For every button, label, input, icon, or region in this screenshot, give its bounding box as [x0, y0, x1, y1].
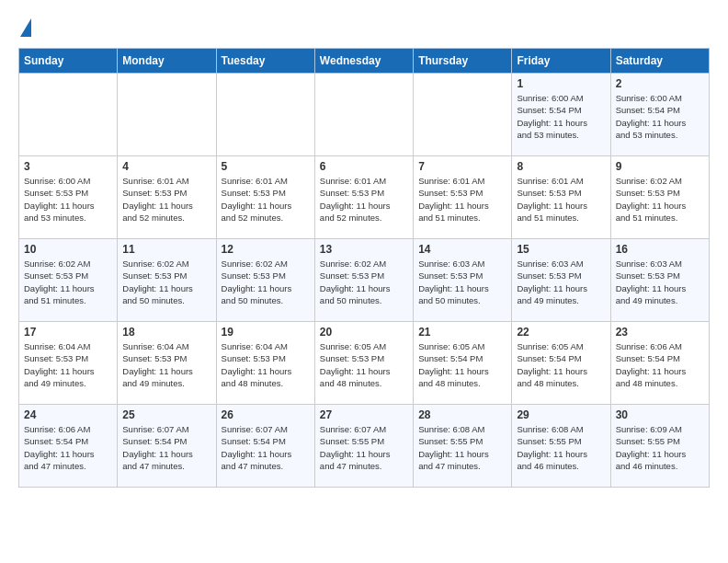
day-number: 19	[222, 326, 310, 339]
day-info: Sunrise: 6:06 AM Sunset: 5:54 PM Dayligh…	[24, 423, 112, 472]
day-number: 1	[517, 77, 605, 90]
day-number: 22	[517, 326, 605, 339]
logo-triangle-icon	[20, 18, 31, 37]
day-number: 4	[122, 160, 210, 173]
day-info: Sunrise: 6:04 AM Sunset: 5:53 PM Dayligh…	[24, 340, 112, 389]
calendar-cell: 21Sunrise: 6:05 AM Sunset: 5:54 PM Dayli…	[414, 322, 512, 405]
calendar-cell: 14Sunrise: 6:03 AM Sunset: 5:53 PM Dayli…	[414, 239, 512, 322]
calendar-cell: 6Sunrise: 6:01 AM Sunset: 5:53 PM Daylig…	[314, 156, 413, 239]
calendar-cell: 22Sunrise: 6:05 AM Sunset: 5:54 PM Dayli…	[512, 322, 610, 405]
day-info: Sunrise: 6:08 AM Sunset: 5:55 PM Dayligh…	[418, 423, 506, 472]
calendar-cell: 12Sunrise: 6:02 AM Sunset: 5:53 PM Dayli…	[216, 239, 314, 322]
calendar-cell: 11Sunrise: 6:02 AM Sunset: 5:53 PM Dayli…	[118, 239, 216, 322]
day-info: Sunrise: 6:00 AM Sunset: 5:54 PM Dayligh…	[517, 92, 605, 141]
calendar-cell: 2Sunrise: 6:00 AM Sunset: 5:54 PM Daylig…	[610, 74, 709, 156]
day-info: Sunrise: 6:02 AM Sunset: 5:53 PM Dayligh…	[122, 258, 210, 306]
day-number: 29	[517, 408, 605, 421]
calendar-header-row: SundayMondayTuesdayWednesdayThursdayFrid…	[19, 49, 710, 74]
day-number: 23	[616, 326, 704, 339]
weekday-header: Friday	[512, 49, 610, 74]
calendar-body: 1Sunrise: 6:00 AM Sunset: 5:54 PM Daylig…	[19, 74, 710, 488]
day-info: Sunrise: 6:07 AM Sunset: 5:54 PM Dayligh…	[122, 423, 210, 472]
calendar-cell	[19, 74, 118, 156]
day-info: Sunrise: 6:04 AM Sunset: 5:53 PM Dayligh…	[222, 340, 310, 389]
day-number: 3	[24, 160, 112, 173]
day-info: Sunrise: 6:08 AM Sunset: 5:55 PM Dayligh…	[517, 423, 605, 472]
calendar-week-row: 17Sunrise: 6:04 AM Sunset: 5:53 PM Dayli…	[19, 322, 710, 405]
day-number: 21	[418, 326, 506, 339]
logo	[18, 18, 31, 39]
day-number: 15	[517, 243, 605, 256]
calendar-week-row: 3Sunrise: 6:00 AM Sunset: 5:53 PM Daylig…	[19, 156, 710, 239]
calendar-cell: 30Sunrise: 6:09 AM Sunset: 5:55 PM Dayli…	[610, 405, 709, 488]
calendar-week-row: 10Sunrise: 6:02 AM Sunset: 5:53 PM Dayli…	[19, 239, 710, 322]
weekday-header: Tuesday	[216, 49, 314, 74]
calendar-cell: 16Sunrise: 6:03 AM Sunset: 5:53 PM Dayli…	[610, 239, 709, 322]
day-number: 7	[418, 160, 506, 173]
day-info: Sunrise: 6:03 AM Sunset: 5:53 PM Dayligh…	[616, 258, 704, 306]
day-number: 27	[320, 408, 408, 421]
calendar-cell: 26Sunrise: 6:07 AM Sunset: 5:54 PM Dayli…	[216, 405, 314, 488]
day-info: Sunrise: 6:02 AM Sunset: 5:53 PM Dayligh…	[320, 258, 408, 306]
day-number: 25	[122, 408, 210, 421]
calendar-cell: 1Sunrise: 6:00 AM Sunset: 5:54 PM Daylig…	[512, 74, 610, 156]
day-info: Sunrise: 6:07 AM Sunset: 5:54 PM Dayligh…	[222, 423, 310, 472]
calendar-cell: 3Sunrise: 6:00 AM Sunset: 5:53 PM Daylig…	[19, 156, 118, 239]
calendar-table: SundayMondayTuesdayWednesdayThursdayFrid…	[18, 48, 710, 488]
day-info: Sunrise: 6:00 AM Sunset: 5:54 PM Dayligh…	[616, 92, 704, 141]
calendar-cell: 7Sunrise: 6:01 AM Sunset: 5:53 PM Daylig…	[414, 156, 512, 239]
day-info: Sunrise: 6:05 AM Sunset: 5:54 PM Dayligh…	[517, 340, 605, 389]
day-info: Sunrise: 6:03 AM Sunset: 5:53 PM Dayligh…	[418, 258, 506, 306]
day-number: 18	[122, 326, 210, 339]
day-info: Sunrise: 6:06 AM Sunset: 5:54 PM Dayligh…	[616, 340, 704, 389]
calendar-cell: 19Sunrise: 6:04 AM Sunset: 5:53 PM Dayli…	[216, 322, 314, 405]
day-number: 12	[222, 243, 310, 256]
calendar-week-row: 24Sunrise: 6:06 AM Sunset: 5:54 PM Dayli…	[19, 405, 710, 488]
day-number: 10	[24, 243, 112, 256]
weekday-header: Wednesday	[314, 49, 413, 74]
calendar-week-row: 1Sunrise: 6:00 AM Sunset: 5:54 PM Daylig…	[19, 74, 710, 156]
calendar-cell: 25Sunrise: 6:07 AM Sunset: 5:54 PM Dayli…	[118, 405, 216, 488]
day-number: 14	[418, 243, 506, 256]
day-number: 13	[320, 243, 408, 256]
calendar-cell: 13Sunrise: 6:02 AM Sunset: 5:53 PM Dayli…	[314, 239, 413, 322]
calendar-cell	[314, 74, 413, 156]
day-number: 30	[616, 408, 704, 421]
day-info: Sunrise: 6:09 AM Sunset: 5:55 PM Dayligh…	[616, 423, 704, 472]
calendar-cell: 9Sunrise: 6:02 AM Sunset: 5:53 PM Daylig…	[610, 156, 709, 239]
calendar-cell: 24Sunrise: 6:06 AM Sunset: 5:54 PM Dayli…	[19, 405, 118, 488]
day-info: Sunrise: 6:01 AM Sunset: 5:53 PM Dayligh…	[122, 175, 210, 224]
day-number: 24	[24, 408, 112, 421]
day-info: Sunrise: 6:03 AM Sunset: 5:53 PM Dayligh…	[517, 258, 605, 306]
day-number: 17	[24, 326, 112, 339]
day-number: 11	[122, 243, 210, 256]
day-info: Sunrise: 6:01 AM Sunset: 5:53 PM Dayligh…	[320, 175, 408, 224]
day-info: Sunrise: 6:01 AM Sunset: 5:53 PM Dayligh…	[418, 175, 506, 224]
calendar-cell	[118, 74, 216, 156]
calendar-cell: 23Sunrise: 6:06 AM Sunset: 5:54 PM Dayli…	[610, 322, 709, 405]
calendar-cell	[414, 74, 512, 156]
day-info: Sunrise: 6:00 AM Sunset: 5:53 PM Dayligh…	[24, 175, 112, 224]
calendar-cell: 20Sunrise: 6:05 AM Sunset: 5:53 PM Dayli…	[314, 322, 413, 405]
weekday-header: Monday	[118, 49, 216, 74]
day-number: 6	[320, 160, 408, 173]
day-info: Sunrise: 6:07 AM Sunset: 5:55 PM Dayligh…	[320, 423, 408, 472]
page-header	[18, 18, 710, 39]
day-number: 8	[517, 160, 605, 173]
day-number: 28	[418, 408, 506, 421]
day-info: Sunrise: 6:01 AM Sunset: 5:53 PM Dayligh…	[517, 175, 605, 224]
day-number: 5	[222, 160, 310, 173]
day-info: Sunrise: 6:04 AM Sunset: 5:53 PM Dayligh…	[122, 340, 210, 389]
calendar-cell: 5Sunrise: 6:01 AM Sunset: 5:53 PM Daylig…	[216, 156, 314, 239]
day-info: Sunrise: 6:02 AM Sunset: 5:53 PM Dayligh…	[222, 258, 310, 306]
day-info: Sunrise: 6:02 AM Sunset: 5:53 PM Dayligh…	[24, 258, 112, 306]
day-number: 9	[616, 160, 704, 173]
day-number: 26	[222, 408, 310, 421]
calendar-cell	[216, 74, 314, 156]
day-info: Sunrise: 6:02 AM Sunset: 5:53 PM Dayligh…	[616, 175, 704, 224]
calendar-cell: 28Sunrise: 6:08 AM Sunset: 5:55 PM Dayli…	[414, 405, 512, 488]
calendar-cell: 27Sunrise: 6:07 AM Sunset: 5:55 PM Dayli…	[314, 405, 413, 488]
calendar-cell: 4Sunrise: 6:01 AM Sunset: 5:53 PM Daylig…	[118, 156, 216, 239]
day-number: 16	[616, 243, 704, 256]
calendar-cell: 17Sunrise: 6:04 AM Sunset: 5:53 PM Dayli…	[19, 322, 118, 405]
